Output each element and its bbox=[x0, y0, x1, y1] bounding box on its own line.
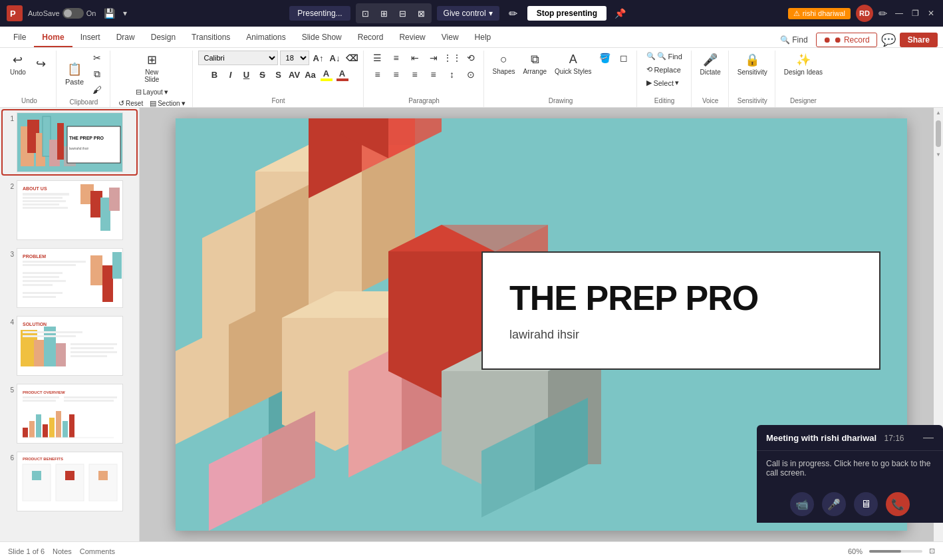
decrease-indent-button[interactable]: ⇤ bbox=[406, 51, 424, 65]
tab-insert[interactable]: Insert bbox=[72, 29, 108, 47]
tab-review[interactable]: Review bbox=[391, 29, 433, 47]
redo-button[interactable]: ↪ bbox=[31, 55, 52, 74]
clear-format-button[interactable]: ⌫ bbox=[344, 51, 359, 65]
char-spacing-button[interactable]: AV bbox=[287, 67, 302, 82]
highlight-button[interactable]: A bbox=[319, 67, 334, 82]
pin-icon[interactable]: 📌 bbox=[614, 8, 626, 19]
select-dropdown[interactable]: ▶ Select ▾ bbox=[644, 77, 682, 88]
comment-icon[interactable]: 💬 bbox=[881, 33, 896, 47]
meeting-video-button[interactable]: 📹 bbox=[790, 492, 814, 516]
design-ideas-button[interactable]: ✨ Design Ideas bbox=[781, 51, 826, 78]
copy-button[interactable]: ⧉ bbox=[88, 67, 106, 81]
notes-button[interactable]: Notes bbox=[53, 547, 72, 555]
font-decrease-button[interactable]: A↓ bbox=[328, 51, 342, 65]
pres-ctrl-1[interactable]: ⊡ bbox=[357, 5, 374, 22]
restore-button[interactable]: ❐ bbox=[908, 7, 922, 20]
zoom-slider[interactable] bbox=[869, 550, 922, 553]
line-spacing-button[interactable]: ↕ bbox=[444, 67, 461, 82]
share-button[interactable]: Share bbox=[900, 33, 938, 47]
save-icon[interactable]: 💾 bbox=[104, 8, 115, 19]
undo-button[interactable]: ↩ Undo bbox=[7, 51, 29, 78]
meeting-end-button[interactable]: 📞 bbox=[886, 492, 910, 516]
minimize-button[interactable]: — bbox=[892, 7, 906, 20]
scroll-up-arrow[interactable]: ▲ bbox=[934, 108, 943, 118]
align-right-button[interactable]: ≡ bbox=[406, 67, 424, 82]
tab-transitions[interactable]: Transitions bbox=[184, 29, 238, 47]
tab-animations[interactable]: Animations bbox=[238, 29, 293, 47]
paste-button[interactable]: 📋 Paste bbox=[62, 60, 87, 88]
stop-presenting-button[interactable]: Stop presenting bbox=[527, 6, 606, 21]
tab-view[interactable]: View bbox=[434, 29, 467, 47]
scroll-down-arrow[interactable]: ▼ bbox=[934, 150, 943, 160]
font-family-select[interactable]: Calibri bbox=[198, 51, 278, 65]
new-slide-button[interactable]: ⊞ New Slide bbox=[141, 51, 162, 85]
comments-button[interactable]: Comments bbox=[80, 547, 115, 555]
quick-styles-button[interactable]: A Quick Styles bbox=[551, 51, 595, 77]
font-increase-button[interactable]: A↑ bbox=[311, 51, 326, 65]
replace-dropdown[interactable]: ⟲ Replace bbox=[644, 64, 683, 75]
shapes-button[interactable]: ○ Shapes bbox=[489, 51, 519, 77]
format-painter-button[interactable]: 🖌 bbox=[88, 82, 106, 97]
tab-design[interactable]: Design bbox=[143, 29, 184, 47]
pen-icon[interactable]: ✏ bbox=[878, 7, 887, 20]
align-center-button[interactable]: ≡ bbox=[388, 67, 405, 82]
meeting-mute-button[interactable]: 🎤 bbox=[822, 492, 846, 516]
slide-img-5: PRODUCT OVERVIEW bbox=[17, 384, 123, 444]
slide-subtitle: lawirahd ihsir bbox=[509, 328, 853, 342]
sensitivity-button[interactable]: 🔒 Sensitivity bbox=[734, 51, 771, 78]
pres-ctrl-4[interactable]: ⊠ bbox=[413, 5, 430, 22]
change-case-button[interactable]: Aa bbox=[303, 67, 318, 82]
pres-ctrl-2[interactable]: ⊞ bbox=[376, 5, 393, 22]
find-button[interactable]: 🔍 Find bbox=[776, 34, 811, 46]
recent-files-icon[interactable]: ▾ bbox=[123, 9, 127, 18]
meeting-screen-button[interactable]: 🖥 bbox=[854, 492, 878, 516]
justify-button[interactable]: ≡ bbox=[425, 67, 442, 82]
meeting-close-button[interactable]: — bbox=[923, 432, 934, 444]
text-direction-button[interactable]: ⟲ bbox=[462, 51, 479, 65]
font-color-button[interactable]: A bbox=[335, 67, 350, 82]
layout-dropdown[interactable]: ⊟ Layout ▾ bbox=[133, 86, 171, 98]
svg-text:PROBLEM: PROBLEM bbox=[23, 254, 46, 259]
slide-thumb-1[interactable]: 1 THE PREP PRO bbox=[3, 110, 136, 174]
record-button[interactable]: ⏺ ⏺ Record bbox=[816, 33, 877, 47]
slide-thumb-5[interactable]: 5 PRODUCT OVERVIEW bbox=[3, 382, 136, 446]
underline-button[interactable]: U bbox=[239, 67, 254, 82]
user-avatar[interactable]: RD bbox=[856, 5, 873, 22]
font-size-select[interactable]: 18 bbox=[280, 51, 309, 65]
slide-thumb-4[interactable]: 4 SOLUTION bbox=[3, 314, 136, 378]
find-dropdown[interactable]: 🔍 🔍 Find bbox=[644, 51, 684, 62]
strikethrough-button[interactable]: S bbox=[255, 67, 270, 82]
italic-button[interactable]: I bbox=[223, 67, 238, 82]
tab-record[interactable]: Record bbox=[350, 29, 392, 47]
fill-button[interactable]: 🪣 bbox=[597, 51, 614, 65]
dictate-button[interactable]: 🎤 Dictate bbox=[697, 51, 724, 78]
text-shadow-button[interactable]: S bbox=[271, 67, 286, 82]
numbering-button[interactable]: ≡ bbox=[388, 51, 405, 65]
tab-help[interactable]: Help bbox=[467, 29, 499, 47]
tab-home[interactable]: Home bbox=[34, 29, 72, 47]
cut-button[interactable]: ✂ bbox=[88, 51, 106, 65]
autosave-toggle[interactable] bbox=[63, 8, 84, 19]
columns-button[interactable]: ⋮⋮ bbox=[444, 51, 461, 65]
smartart-button[interactable]: ⊙ bbox=[462, 67, 479, 82]
bullets-button[interactable]: ☰ bbox=[369, 51, 386, 65]
slide-thumb-2[interactable]: 2 ABOUT US bbox=[3, 178, 136, 242]
meeting-body[interactable]: Call is in progress. Click here to go ba… bbox=[757, 451, 943, 486]
tab-draw[interactable]: Draw bbox=[108, 29, 143, 47]
increase-indent-button[interactable]: ⇥ bbox=[425, 51, 442, 65]
tab-file[interactable]: File bbox=[5, 29, 34, 47]
close-button[interactable]: ✕ bbox=[924, 7, 938, 20]
fit-slide-button[interactable]: ⊡ bbox=[929, 547, 935, 555]
annotation-icon[interactable]: ✏ bbox=[505, 5, 522, 22]
give-control-button[interactable]: Give control ▾ bbox=[437, 6, 499, 21]
align-left-button[interactable]: ≡ bbox=[369, 67, 386, 82]
bold-button[interactable]: B bbox=[207, 67, 222, 82]
slide-thumb-3[interactable]: 3 PROBLEM bbox=[3, 246, 136, 310]
drawing-group-label: Drawing bbox=[549, 96, 573, 104]
pres-ctrl-3[interactable]: ⊟ bbox=[394, 5, 412, 22]
scroll-thumb[interactable] bbox=[936, 120, 941, 147]
slide-thumb-6[interactable]: 6 PRODUCT BENEFITS bbox=[3, 450, 136, 513]
arrange-button[interactable]: ⧉ Arrange bbox=[519, 51, 550, 77]
tab-slideshow[interactable]: Slide Show bbox=[294, 29, 350, 47]
outline-button[interactable]: ◻ bbox=[615, 51, 632, 65]
